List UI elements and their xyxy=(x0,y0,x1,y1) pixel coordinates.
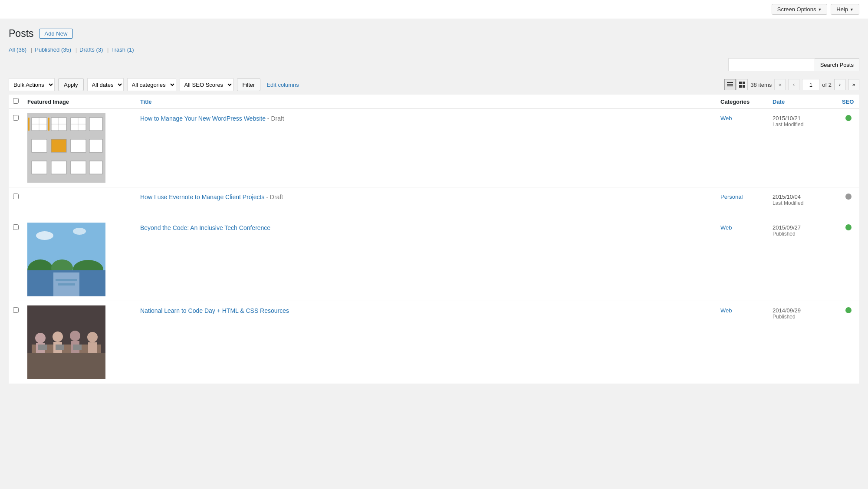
filter-drafts-link[interactable]: Drafts (3) xyxy=(79,46,105,53)
th-checkbox xyxy=(9,95,23,109)
svg-rect-36 xyxy=(56,279,77,281)
filter-published-link[interactable]: Published (35) xyxy=(35,46,72,53)
list-view-icon xyxy=(727,82,733,88)
filter-button[interactable]: Filter xyxy=(237,78,261,91)
seo-status-dot xyxy=(845,224,852,230)
post-date-label: Last Modified xyxy=(773,200,833,206)
screen-options-chevron: ▼ xyxy=(818,7,822,12)
toolbar: Bulk Actions Apply All dates All categor… xyxy=(9,75,859,95)
post-date-cell: 2014/09/29Published xyxy=(768,301,838,384)
post-category-link[interactable]: Web xyxy=(720,307,732,314)
bulk-actions-select[interactable]: Bulk Actions xyxy=(9,78,55,91)
post-title-cell: National Learn to Code Day + HTML & CSS … xyxy=(136,301,716,384)
apply-button[interactable]: Apply xyxy=(58,78,84,91)
svg-point-40 xyxy=(35,333,46,343)
page-number-input[interactable] xyxy=(802,79,819,90)
post-seo-cell xyxy=(838,301,859,384)
post-category-link[interactable]: Web xyxy=(720,224,732,231)
last-page-icon: » xyxy=(852,82,855,88)
svg-rect-6 xyxy=(743,85,745,88)
grid-view-button[interactable] xyxy=(736,79,748,90)
post-seo-cell xyxy=(838,187,859,218)
post-title-link[interactable]: How to Manage Your New WordPress Website xyxy=(140,115,266,122)
page-header: Posts Add New xyxy=(9,28,859,39)
edit-columns-button[interactable]: Edit columns xyxy=(264,80,301,89)
row-checkbox-cell xyxy=(9,187,23,218)
seo-status-dot xyxy=(845,115,852,121)
post-status: - Draft xyxy=(264,194,283,200)
row-checkbox[interactable] xyxy=(13,194,19,199)
post-date-label: Published xyxy=(773,231,833,237)
svg-rect-1 xyxy=(727,84,733,85)
post-date-cell: 2015/10/04Last Modified xyxy=(768,187,838,218)
post-seo-cell xyxy=(838,218,859,301)
featured-image-cell xyxy=(23,301,136,384)
svg-rect-20 xyxy=(32,139,47,152)
seo-filter-select[interactable]: All SEO Scores xyxy=(180,78,233,91)
filter-trash-link[interactable]: Trash (1) xyxy=(111,46,134,53)
filter-all-link[interactable]: All (38) xyxy=(9,46,28,53)
first-page-icon: « xyxy=(779,82,782,88)
th-date[interactable]: Date xyxy=(768,95,838,109)
featured-image xyxy=(27,223,105,296)
svg-rect-24 xyxy=(32,161,47,174)
next-page-button[interactable]: › xyxy=(834,79,845,90)
post-title-cell: Beyond the Code: An Inclusive Tech Confe… xyxy=(136,218,716,301)
post-date-cell: 2015/09/27Published xyxy=(768,218,838,301)
svg-rect-26 xyxy=(71,161,86,174)
help-button[interactable]: Help ▼ xyxy=(831,4,859,15)
table-row: How to Manage Your New WordPress Website… xyxy=(9,109,859,187)
svg-rect-5 xyxy=(739,85,742,88)
post-title-link[interactable]: National Learn to Code Day + HTML & CSS … xyxy=(140,307,289,314)
svg-rect-23 xyxy=(89,139,102,152)
date-filter-select[interactable]: All dates xyxy=(87,78,124,91)
row-checkbox[interactable] xyxy=(13,307,19,313)
svg-point-42 xyxy=(53,331,63,342)
svg-rect-27 xyxy=(89,161,102,174)
featured-image-cell xyxy=(23,109,136,187)
svg-rect-9 xyxy=(28,118,30,131)
prev-page-button[interactable]: ‹ xyxy=(788,79,799,90)
svg-rect-3 xyxy=(739,82,742,84)
row-checkbox-cell xyxy=(9,218,23,301)
select-all-checkbox[interactable] xyxy=(13,98,19,104)
seo-status-dot xyxy=(845,307,852,313)
row-checkbox[interactable] xyxy=(13,115,19,121)
add-new-button[interactable]: Add New xyxy=(39,29,73,39)
svg-rect-25 xyxy=(51,161,66,174)
list-view-button[interactable] xyxy=(724,79,736,90)
post-title-cell: How I use Evernote to Manage Client Proj… xyxy=(136,187,716,218)
post-status: - Draft xyxy=(266,115,284,122)
post-category-link[interactable]: Personal xyxy=(720,194,743,200)
featured-image-cell xyxy=(23,218,136,301)
post-title-link[interactable]: Beyond the Code: An Inclusive Tech Confe… xyxy=(140,224,270,231)
svg-rect-22 xyxy=(71,139,86,152)
th-title[interactable]: Title xyxy=(136,95,716,109)
svg-rect-48 xyxy=(38,345,47,350)
svg-rect-50 xyxy=(73,345,82,350)
items-count: 38 items xyxy=(750,82,772,88)
screen-options-label: Screen Options xyxy=(777,6,816,13)
no-featured-image xyxy=(27,192,105,213)
post-date-cell: 2015/10/21Last Modified xyxy=(768,109,838,187)
post-category-link[interactable]: Web xyxy=(720,115,732,121)
search-input[interactable] xyxy=(728,58,815,71)
category-filter-select[interactable]: All categories xyxy=(127,78,176,91)
screen-options-button[interactable]: Screen Options ▼ xyxy=(772,4,828,15)
th-seo[interactable]: SEO xyxy=(838,95,859,109)
last-page-button[interactable]: » xyxy=(848,79,859,90)
post-title-link[interactable]: How I use Evernote to Manage Client Proj… xyxy=(140,194,264,200)
post-title-cell: How to Manage Your New WordPress Website… xyxy=(136,109,716,187)
first-page-button[interactable]: « xyxy=(774,79,786,90)
svg-rect-21 xyxy=(51,139,66,152)
table-row: National Learn to Code Day + HTML & CSS … xyxy=(9,301,859,384)
featured-image-cell xyxy=(23,187,136,218)
search-bar: Search Posts xyxy=(9,58,859,71)
row-checkbox[interactable] xyxy=(13,224,19,230)
table-row: Beyond the Code: An Inclusive Tech Confe… xyxy=(9,218,859,301)
post-date: 2015/10/04 xyxy=(773,194,801,200)
search-button[interactable]: Search Posts xyxy=(815,58,859,71)
th-categories: Categories xyxy=(716,95,768,109)
featured-image xyxy=(27,305,105,379)
post-category-cell: Web xyxy=(716,301,768,384)
